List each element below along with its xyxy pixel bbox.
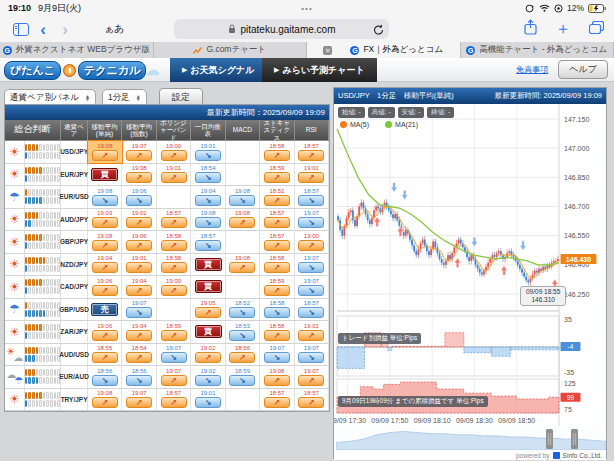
signal-cell[interactable]: 19:07↘ xyxy=(260,344,294,366)
signal-cell[interactable]: 18:54↘ xyxy=(191,164,225,186)
signal-cell[interactable]: 18:57↗ xyxy=(260,389,294,411)
down-arrow-signal[interactable]: ↘ xyxy=(195,397,221,408)
signal-cell[interactable]: 18:58↘ xyxy=(260,299,294,321)
up-arrow-signal[interactable]: ↗ xyxy=(126,262,152,273)
signal-cell[interactable]: 19:08↗ xyxy=(260,366,294,388)
signal-cell[interactable]: 19:01↘ xyxy=(191,141,225,163)
signal-cell[interactable]: 18:57↗ xyxy=(157,209,191,231)
down-arrow-signal[interactable]: ↘ xyxy=(229,330,255,341)
up-arrow-signal[interactable]: ↗ xyxy=(126,352,152,363)
signal-cell[interactable]: 買 xyxy=(191,276,225,298)
up-arrow-signal[interactable]: ↗ xyxy=(264,172,290,183)
signal-cell[interactable]: 19:07↗ xyxy=(157,366,191,388)
down-arrow-signal[interactable]: ↘ xyxy=(229,195,255,206)
signal-cell[interactable]: 18:57↘ xyxy=(295,299,329,321)
signal-cell[interactable]: 18:57↗ xyxy=(260,209,294,231)
up-arrow-signal[interactable]: ↗ xyxy=(92,217,118,228)
up-arrow-signal[interactable]: ↗ xyxy=(264,330,290,341)
signal-cell[interactable]: 18:57↗ xyxy=(295,141,329,163)
up-arrow-signal[interactable]: ↗ xyxy=(92,150,118,161)
up-arrow-signal[interactable]: ↗ xyxy=(264,217,290,228)
up-arrow-signal[interactable]: ↗ xyxy=(126,240,152,251)
down-arrow-signal[interactable]: ↘ xyxy=(298,285,324,296)
down-arrow-signal[interactable]: ↘ xyxy=(298,352,324,363)
signal-cell[interactable]: 19:08↘ xyxy=(88,186,122,208)
signal-cell[interactable]: 19:07↗ xyxy=(122,389,156,411)
up-arrow-signal[interactable]: ↗ xyxy=(92,262,118,273)
signal-cell[interactable]: 18:58↗ xyxy=(260,254,294,276)
signal-cell[interactable]: 買 xyxy=(88,164,122,186)
down-arrow-signal[interactable]: ↘ xyxy=(195,217,221,228)
signal-cell[interactable]: 18:57↘ xyxy=(191,231,225,253)
up-arrow-signal[interactable]: ↗ xyxy=(298,150,324,161)
signal-cell[interactable]: 19:01↗ xyxy=(295,164,329,186)
up-arrow-signal[interactable]: ↗ xyxy=(92,285,118,296)
signal-cell[interactable]: 18:59↘ xyxy=(226,366,260,388)
up-arrow-signal[interactable]: ↗ xyxy=(298,375,324,386)
up-arrow-signal[interactable]: ↗ xyxy=(126,285,152,296)
signal-cell[interactable]: 18:58↗ xyxy=(260,321,294,343)
status-ellipsis[interactable]: ••• xyxy=(301,4,312,13)
up-arrow-signal[interactable]: ↗ xyxy=(161,285,187,296)
buy-badge[interactable]: 買 xyxy=(91,168,118,181)
down-arrow-signal[interactable]: ↘ xyxy=(264,352,290,363)
up-arrow-signal[interactable]: ↗ xyxy=(264,240,290,251)
signal-cell[interactable]: 18:57↗ xyxy=(295,389,329,411)
signal-cell[interactable]: 19:07↘ xyxy=(295,344,329,366)
sidebar-toggle-icon[interactable] xyxy=(10,19,32,39)
buy-badge[interactable]: 買 xyxy=(195,280,222,293)
signal-cell[interactable]: 19:08↗ xyxy=(88,231,122,253)
signal-cell[interactable]: 19:07↗ xyxy=(295,366,329,388)
tab-weather-signal[interactable]: ▶ お天気シグナル xyxy=(170,58,266,82)
up-arrow-signal[interactable]: ↗ xyxy=(229,217,255,228)
up-arrow-signal[interactable]: ↗ xyxy=(126,330,152,341)
down-arrow-signal[interactable]: ↘ xyxy=(229,307,255,318)
up-arrow-signal[interactable]: ↗ xyxy=(195,307,221,318)
up-arrow-signal[interactable]: ↗ xyxy=(298,330,324,341)
forward-button[interactable]: › xyxy=(54,19,76,39)
up-arrow-signal[interactable]: ↗ xyxy=(161,375,187,386)
up-arrow-signal[interactable]: ↗ xyxy=(264,397,290,408)
signal-cell[interactable]: 19:00↗ xyxy=(295,231,329,253)
down-arrow-signal[interactable]: ↘ xyxy=(264,307,290,318)
safari-tab[interactable]: ✕GFX｜外為どっとコム xyxy=(307,42,461,58)
signal-cell[interactable]: 18:58↗ xyxy=(157,231,191,253)
signal-cell[interactable]: 19:07↘ xyxy=(295,254,329,276)
navigator-handle[interactable] xyxy=(546,429,553,449)
down-arrow-signal[interactable]: ↘ xyxy=(195,240,221,251)
signal-cell[interactable]: 買 xyxy=(191,321,225,343)
down-arrow-signal[interactable]: ↘ xyxy=(126,195,152,206)
down-arrow-signal[interactable]: ↘ xyxy=(298,195,324,206)
signal-cell[interactable]: 19:00↗ xyxy=(157,276,191,298)
up-arrow-signal[interactable]: ↗ xyxy=(264,150,290,161)
up-arrow-signal[interactable]: ↗ xyxy=(92,352,118,363)
signal-cell[interactable]: 19:08↗ xyxy=(88,389,122,411)
up-arrow-signal[interactable]: ↗ xyxy=(298,397,324,408)
up-arrow-signal[interactable]: ↗ xyxy=(126,397,152,408)
signal-cell[interactable]: 18:57↗ xyxy=(260,231,294,253)
signal-cell[interactable]: 19:01↗ xyxy=(122,209,156,231)
signal-cell[interactable]: 19:04↗ xyxy=(122,276,156,298)
up-arrow-signal[interactable]: ↗ xyxy=(92,397,118,408)
chart-canvas[interactable]: 147.150147.000146.850146.700146.550146.4… xyxy=(334,104,608,426)
signal-cell[interactable]: 19:07↘ xyxy=(157,344,191,366)
up-arrow-signal[interactable]: ↗ xyxy=(92,240,118,251)
signal-cell[interactable]: 18:53↘ xyxy=(226,321,260,343)
buy-badge[interactable]: 買 xyxy=(195,258,222,271)
up-arrow-signal[interactable]: ↗ xyxy=(161,150,187,161)
up-arrow-signal[interactable]: ↗ xyxy=(229,352,255,363)
signal-cell[interactable]: 18:59↗ xyxy=(260,276,294,298)
down-arrow-signal[interactable]: ↘ xyxy=(195,195,221,206)
signal-cell[interactable]: 売 xyxy=(88,299,122,321)
up-arrow-signal[interactable]: ↗ xyxy=(161,262,187,273)
down-arrow-signal[interactable]: ↘ xyxy=(92,195,118,206)
up-arrow-signal[interactable]: ↗ xyxy=(92,330,118,341)
signal-cell[interactable]: 18:55↗ xyxy=(88,344,122,366)
back-button[interactable]: ‹ xyxy=(32,19,54,39)
up-arrow-signal[interactable]: ↗ xyxy=(298,172,324,183)
up-arrow-signal[interactable]: ↗ xyxy=(161,240,187,251)
signal-cell[interactable]: 19:08↗ xyxy=(226,209,260,231)
up-arrow-signal[interactable]: ↗ xyxy=(161,397,187,408)
safari-tab[interactable]: G.comチャート xyxy=(154,42,308,58)
navigator-handle[interactable] xyxy=(571,429,578,449)
